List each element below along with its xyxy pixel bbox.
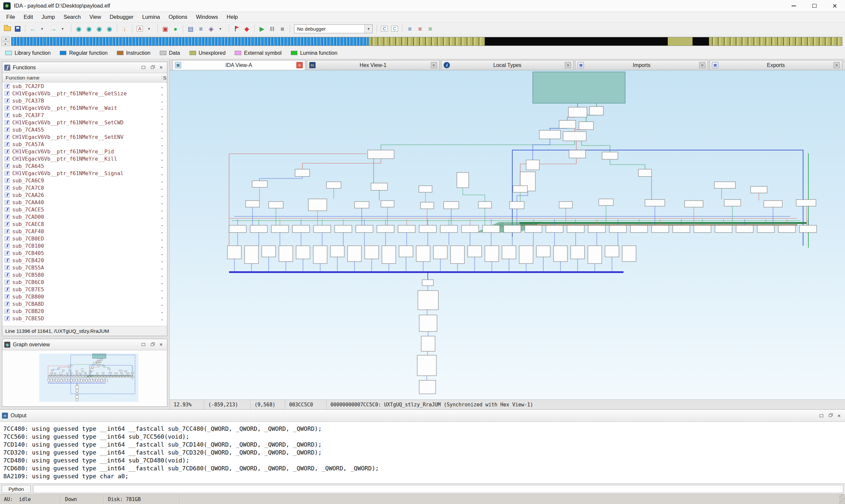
navband-right-button[interactable]: ▸ — [1, 41, 10, 46]
python-cli-input[interactable] — [33, 485, 843, 493]
tab-close-button[interactable] — [699, 62, 705, 68]
tab-close-button[interactable] — [296, 62, 303, 68]
calculator-dropdown[interactable]: ▾ — [216, 24, 226, 34]
tab-hex-view-1[interactable]: Hex View-1 — [307, 60, 440, 70]
function-row[interactable]: sub_7CB800. — [2, 293, 167, 300]
close-button[interactable] — [825, 0, 845, 12]
tab-close-button[interactable] — [565, 62, 571, 68]
function-row[interactable]: sub_7CB405. — [2, 249, 167, 257]
function-row[interactable]: sub_7CAEC8. — [2, 220, 167, 228]
calls-icon[interactable]: ◉ — [84, 24, 94, 34]
tab-ida-view-a[interactable]: IDA View-A — [172, 60, 305, 70]
nav-back-icon[interactable]: ← — [28, 24, 38, 34]
structs-icon[interactable]: ▤ — [186, 24, 195, 34]
nav-back-dropdown[interactable]: ▾ — [38, 24, 48, 34]
navband-segment-olive-marks[interactable] — [369, 37, 485, 46]
rename-icon[interactable]: A — [135, 24, 145, 34]
graph-view[interactable] — [170, 70, 845, 399]
function-row[interactable]: sub_7CA645. — [2, 162, 167, 169]
chevron-down-icon[interactable]: ▾ — [365, 25, 372, 33]
segments-icon[interactable]: ◉ — [105, 24, 114, 34]
jump-address-icon[interactable]: ↓ — [120, 24, 129, 34]
tab-close-button[interactable] — [431, 62, 437, 68]
minimap-graph[interactable] — [39, 354, 138, 402]
segment-column-header[interactable]: S — [162, 75, 167, 81]
function-row[interactable]: sub_7CAF40. — [2, 228, 167, 235]
enums-icon[interactable]: ≡ — [196, 24, 206, 34]
start-process-icon[interactable]: ▶ — [257, 24, 267, 34]
function-row[interactable]: CH1VEgacV6Vb__ptr_f61NMeYre__GetSize. — [2, 90, 167, 97]
tab-local-types[interactable]: Local Types — [441, 60, 574, 70]
function-row[interactable]: sub_7CAA40. — [2, 199, 167, 206]
menu-windows[interactable]: Windows — [192, 12, 223, 22]
function-row[interactable]: sub_7CAD00. — [2, 213, 167, 220]
calculator-icon[interactable]: ◈ — [206, 24, 216, 34]
menu-view[interactable]: View — [85, 12, 105, 22]
navband-segment-stripes-blue[interactable] — [12, 37, 369, 46]
function-row[interactable]: CH1VEgacV6Vb__ptr_f61NMeYre__Kill. — [2, 155, 167, 162]
navigation-band[interactable] — [11, 37, 842, 46]
attach-process-icon[interactable]: C — [390, 24, 399, 34]
stop-process-icon[interactable]: ■ — [278, 24, 287, 34]
control-flow-graph[interactable] — [170, 70, 845, 399]
python-cli-button[interactable]: Python — [2, 485, 31, 493]
maximize-button[interactable] — [804, 0, 825, 12]
function-row[interactable]: sub_7CB420. — [2, 257, 167, 264]
function-row[interactable]: sub_7CB100. — [2, 242, 167, 249]
float-panel-button[interactable] — [148, 64, 156, 71]
function-row[interactable]: sub_7CA37B. — [2, 97, 167, 104]
function-row[interactable]: sub_7CB0ED. — [2, 235, 167, 242]
function-row[interactable]: CH1VEgacV6Vb__ptr_f61NMeYre__SetCWD. — [2, 119, 167, 126]
float-panel-button[interactable] — [826, 412, 834, 419]
function-row[interactable]: sub_7CB55A. — [2, 264, 167, 271]
function-row[interactable]: sub_7CBA8D. — [2, 300, 167, 307]
rename-dropdown[interactable]: ▾ — [145, 24, 155, 34]
tab-close-button[interactable] — [833, 62, 840, 68]
menu-lumina[interactable]: Lumina — [138, 12, 164, 22]
function-row[interactable]: sub_7CA2FD. — [2, 83, 167, 90]
function-row[interactable]: sub_7CA455. — [2, 126, 167, 133]
function-row[interactable]: sub_7CB7E5. — [2, 286, 167, 293]
function-row[interactable]: sub_7CBB20. — [2, 307, 167, 315]
debugger-select[interactable]: No debugger▾ — [294, 24, 373, 33]
function-row[interactable]: CH1VEgacV6Vb__ptr_f61NMeYre__Signal. — [2, 169, 167, 177]
navband-left-button[interactable]: ◂ — [1, 37, 10, 41]
nav-forward-dropdown[interactable]: ▾ — [59, 24, 68, 34]
minimize-button[interactable] — [784, 0, 804, 12]
graph-overview-minimap[interactable] — [2, 350, 167, 407]
function-row[interactable]: sub_7CAA26. — [2, 191, 167, 199]
strings-icon[interactable]: ◉ — [94, 24, 104, 34]
save-icon[interactable] — [13, 24, 22, 34]
open-file-icon[interactable] — [3, 24, 12, 34]
run-to-cursor-icon[interactable]: C — [380, 24, 389, 34]
navband-segment-black[interactable] — [485, 37, 668, 46]
restore-panel-button[interactable] — [139, 341, 147, 348]
function-row[interactable]: sub_7CA57A. — [2, 141, 167, 148]
menu-search[interactable]: Search — [59, 12, 85, 22]
function-row[interactable]: sub_7CACE5. — [2, 206, 167, 213]
float-panel-button[interactable] — [148, 341, 156, 348]
function-row[interactable]: sub_7CA3F7. — [2, 111, 167, 119]
restore-panel-button[interactable] — [817, 412, 825, 419]
xrefs-icon[interactable]: ◉ — [74, 24, 84, 34]
tab-imports[interactable]: Imports — [575, 60, 708, 70]
menu-file[interactable]: File — [2, 12, 19, 22]
function-row[interactable]: CH1VEgacV6Vb__ptr_f61NMeYre__Wait. — [2, 104, 167, 111]
navband-segment-olive-marks[interactable] — [709, 37, 842, 46]
function-row[interactable]: sub_7CA6C9. — [2, 177, 167, 184]
pause-process-icon[interactable] — [267, 24, 277, 34]
list-remove-icon[interactable]: ≡ — [415, 24, 425, 34]
breakpoint-icon[interactable]: ◆ — [242, 24, 251, 34]
nav-forward-icon[interactable]: → — [49, 24, 58, 34]
function-row[interactable]: CH1VEgacV6Vb__ptr_f61NMeYre__Pid. — [2, 148, 167, 155]
function-row[interactable]: sub_7CB580. — [2, 271, 167, 278]
menu-edit[interactable]: Edit — [19, 12, 37, 22]
function-name-column-header[interactable]: Function name — [2, 75, 162, 81]
menu-help[interactable]: Help — [223, 12, 242, 22]
function-row[interactable]: sub_7CB6C0. — [2, 278, 167, 286]
tab-exports[interactable]: Exports — [709, 60, 842, 70]
list-view-icon[interactable]: ≡ — [405, 24, 415, 34]
restore-panel-button[interactable] — [139, 64, 147, 71]
navband-segment-black[interactable] — [692, 37, 709, 46]
close-panel-button[interactable] — [157, 341, 165, 348]
